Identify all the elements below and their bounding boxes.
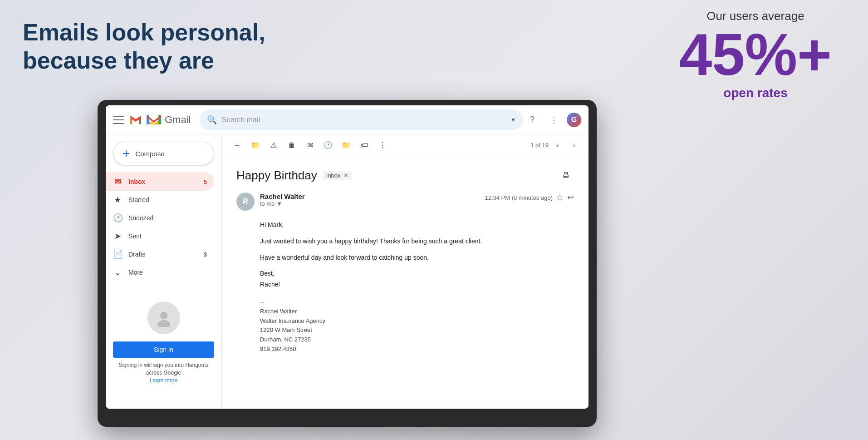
sidebar-bottom: Sign in Signing in will sign you into Ha…	[106, 291, 221, 391]
sig-phone: 919.392.4850	[260, 345, 574, 354]
email-timestamp: 12:34 PM (0 minutes ago)	[485, 194, 553, 201]
headline-line2: because they are	[23, 46, 265, 74]
help-icon-button[interactable]: ?	[523, 111, 541, 129]
snooze-button[interactable]: 🕐	[320, 137, 336, 153]
headline-line1: Emails look personal,	[23, 18, 265, 46]
header-icons: ? ⋮ G	[523, 111, 581, 129]
sender-avatar: R	[236, 193, 255, 211]
email-toolbar: ← 📁 ⚠ 🗑 ✉ 🕐 📁 🏷 ⋮ 1 of 19 ‹	[222, 134, 588, 156]
sign-in-button[interactable]: Sign in	[113, 341, 214, 358]
gmail-logo: Gmail	[128, 113, 191, 127]
sig-name: Rachel Walter	[260, 307, 574, 316]
email-body-line1: Just wanted to wish you a happy birthday…	[260, 236, 574, 247]
stats-label-bottom: open rates	[679, 86, 832, 100]
drafts-label: Drafts	[128, 251, 145, 258]
email-meta: R Rachel Walter to me ▼ 12:34 PM (0	[236, 193, 574, 211]
inbox-icon: ✉	[113, 177, 122, 187]
starred-label: Starred	[128, 196, 149, 203]
compose-label: Compose	[135, 150, 164, 158]
mark-read-button[interactable]: ✉	[302, 137, 318, 153]
remove-tag-button[interactable]: ✕	[343, 172, 348, 179]
sidebar-item-sent[interactable]: ➤ Sent	[106, 227, 214, 245]
archive-button[interactable]: 📁	[247, 137, 264, 153]
inbox-tag-label: Inbox	[326, 172, 341, 179]
print-button-area: 🖶	[558, 167, 574, 183]
laptop-wrapper: Gmail 🔍 Search mail ▼ ? ⋮ G	[98, 100, 597, 427]
search-icon: 🔍	[207, 115, 217, 125]
more-chevron-icon: ⌄	[113, 267, 122, 277]
sender-to: to me ▼	[260, 200, 479, 207]
pagination-info: 1 of 19 ‹ ›	[530, 138, 581, 153]
google-account-icon[interactable]: G	[567, 113, 581, 127]
search-bar[interactable]: 🔍 Search mail ▼	[200, 109, 523, 130]
snoozed-label: Snoozed	[128, 214, 153, 222]
compose-button[interactable]: + Compose	[113, 142, 214, 165]
email-body-line2: Have a wonderful day and look forward to…	[260, 252, 574, 263]
sidebar-item-more[interactable]: ⌄ More	[106, 263, 214, 282]
sidebar-item-inbox[interactable]: ✉ Inbox 5	[106, 173, 214, 191]
sig-address: 1220 W Main Street	[260, 326, 574, 335]
email-content: Happy Birthday Inbox ✕ 🖶	[222, 156, 588, 409]
headline: Emails look personal, because they are	[23, 18, 265, 75]
next-page-button[interactable]: ›	[567, 138, 581, 153]
sig-city: Durham, NC 27235	[260, 335, 574, 345]
gmail-sidebar: + Compose ✉ Inbox 5 ★ Starred	[106, 134, 222, 409]
back-button[interactable]: ←	[229, 137, 245, 153]
reply-email-button[interactable]: ↩	[567, 193, 574, 203]
inbox-label: Inbox	[128, 178, 145, 185]
hamburger-menu-icon[interactable]	[113, 116, 124, 124]
print-button[interactable]: 🖶	[558, 167, 574, 183]
search-dropdown-icon[interactable]: ▼	[510, 117, 516, 123]
sender-info: Rachel Walter to me ▼	[260, 193, 479, 207]
sig-separator: --	[260, 297, 574, 307]
email-body: Hi Mark, Just wanted to wish you a happy…	[260, 220, 574, 354]
stats-section: Our users average 45%+ open rates	[679, 9, 832, 100]
inbox-badge: 5	[204, 178, 207, 185]
screen-bezel: Gmail 🔍 Search mail ▼ ? ⋮ G	[106, 105, 588, 409]
gmail-app-name: Gmail	[165, 114, 191, 126]
sidebar-item-snoozed[interactable]: 🕐 Snoozed	[106, 209, 214, 227]
stats-number: 45%+	[679, 25, 832, 84]
email-closing: Best, Rachel	[260, 268, 574, 290]
compose-plus-icon: +	[123, 146, 130, 161]
snoozed-icon: 🕐	[113, 213, 122, 223]
email-subject: Happy Birthday	[236, 168, 317, 183]
gmail-m-icon	[128, 113, 143, 127]
prev-page-button[interactable]: ‹	[550, 138, 565, 153]
gmail-body: + Compose ✉ Inbox 5 ★ Starred	[106, 134, 588, 409]
more-label: More	[128, 269, 143, 276]
email-signature: -- Rachel Walter Walter Insurance Agency…	[260, 297, 574, 354]
to-dropdown-icon[interactable]: ▼	[276, 200, 282, 207]
user-avatar-placeholder	[147, 302, 180, 334]
sent-icon: ➤	[113, 231, 122, 241]
apps-icon-button[interactable]: ⋮	[545, 111, 563, 129]
labels-button[interactable]: 🏷	[356, 137, 373, 153]
move-to-button[interactable]: 📁	[338, 137, 354, 153]
delete-button[interactable]: 🗑	[284, 137, 300, 153]
email-greeting: Hi Mark,	[260, 220, 574, 231]
gmail-app: Gmail 🔍 Search mail ▼ ? ⋮ G	[106, 105, 588, 409]
sidebar-item-starred[interactable]: ★ Starred	[106, 191, 214, 209]
laptop-shell: Gmail 🔍 Search mail ▼ ? ⋮ G	[98, 100, 597, 427]
email-view: ← 📁 ⚠ 🗑 ✉ 🕐 📁 🏷 ⋮ 1 of 19 ‹	[222, 134, 588, 409]
star-email-button[interactable]: ☆	[556, 193, 564, 203]
email-subject-row: Happy Birthday Inbox ✕ 🖶	[236, 167, 574, 183]
hangouts-text: Signing in will sign you into Hangouts a…	[113, 361, 214, 384]
sender-name: Rachel Walter	[260, 193, 479, 200]
search-input-placeholder[interactable]: Search mail	[221, 116, 506, 124]
svg-point-5	[160, 312, 167, 319]
sidebar-item-drafts[interactable]: 📄 Drafts 3	[106, 245, 214, 263]
gmail-header: Gmail 🔍 Search mail ▼ ? ⋮ G	[106, 105, 588, 134]
pagination-text: 1 of 19	[530, 142, 549, 148]
email-tag-inbox: Inbox ✕	[323, 171, 352, 180]
starred-icon: ★	[113, 195, 122, 205]
user-avatar-icon	[155, 309, 173, 327]
more-options-button[interactable]: ⋮	[374, 137, 391, 153]
drafts-badge: 3	[204, 251, 207, 258]
hangouts-learn-more-link[interactable]: Learn more	[150, 377, 177, 384]
gmail-logo-svg	[146, 114, 162, 126]
sig-company: Walter Insurance Agency	[260, 316, 574, 326]
email-timestamp-area: 12:34 PM (0 minutes ago) ☆ ↩	[485, 193, 574, 203]
spam-button[interactable]: ⚠	[265, 137, 282, 153]
sent-label: Sent	[128, 232, 142, 240]
